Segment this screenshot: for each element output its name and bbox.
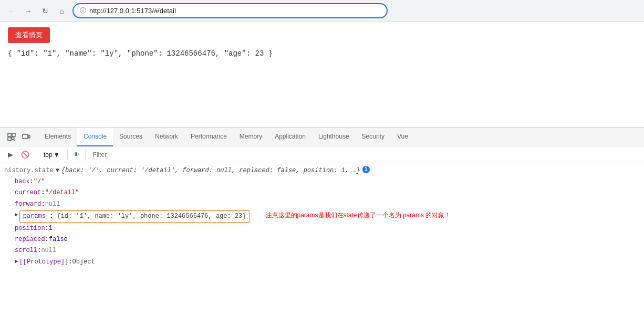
console-line-scroll: scroll : null <box>15 245 640 256</box>
key-scroll: scroll <box>15 246 37 256</box>
val-replaced: false <box>49 235 68 245</box>
params-expand[interactable]: ▶ <box>15 210 18 220</box>
tab-console[interactable]: Console <box>77 128 113 146</box>
key-replaced: replaced <box>15 235 45 245</box>
val-position: 1 <box>49 224 53 234</box>
browser-toolbar: ← → ↻ ⌂ ⓘ <box>0 0 644 22</box>
proto-expand[interactable]: ▶ <box>15 257 18 267</box>
info-icon-badge[interactable]: i <box>362 166 370 173</box>
eye-button[interactable]: 👁 <box>72 151 81 158</box>
tab-sources[interactable]: Sources <box>113 128 149 146</box>
svg-rect-4 <box>23 134 28 139</box>
tab-memory[interactable]: Memory <box>233 128 268 146</box>
address-bar: ⓘ <box>72 3 388 18</box>
url-input[interactable] <box>89 7 380 15</box>
svg-rect-5 <box>28 135 30 138</box>
svg-rect-0 <box>8 133 11 136</box>
expand-arrow[interactable]: ▼ <box>56 166 59 176</box>
key-current: current <box>15 188 41 198</box>
history-label: history.state <box>4 166 54 176</box>
info-icon: ⓘ <box>80 6 86 15</box>
back-button[interactable]: ← <box>5 5 18 17</box>
tab-lighthouse[interactable]: Lighthouse <box>312 128 356 146</box>
svg-rect-2 <box>8 138 11 141</box>
filter-input[interactable] <box>90 150 640 160</box>
home-button[interactable]: ⌂ <box>56 5 68 17</box>
key-forward: forward <box>15 199 41 209</box>
inspector-icon[interactable] <box>4 130 19 144</box>
key-proto: [[Prototype]] <box>19 257 69 267</box>
key-position: position <box>15 224 45 234</box>
console-line-forward: forward : null <box>15 199 640 210</box>
val-back: "/" <box>34 177 45 187</box>
params-note: 注意这里的params是我们在state传递了一个名为 params 的对象！ <box>266 210 451 220</box>
console-line-params: ▶ params : {id: '1', name: 'ly', phone: … <box>15 210 640 223</box>
execute-button[interactable]: ▶ <box>4 149 17 161</box>
val-forward: null <box>45 199 60 209</box>
val-params: {id: '1', name: 'ly', phone: 13246566476… <box>57 213 246 220</box>
page-content: 查看情页 { "id": "1", "name": "ly", "phone":… <box>0 22 644 127</box>
key-params: params <box>23 213 46 220</box>
console-line-replaced: replaced : false <box>15 234 640 245</box>
visit-button[interactable]: 查看情页 <box>8 27 50 43</box>
tab-elements[interactable]: Elements <box>38 128 77 146</box>
context-label: top <box>44 151 53 158</box>
console-line-current: current : "/detail" <box>15 187 640 198</box>
tab-vue[interactable]: Vue <box>391 128 414 146</box>
dropdown-icon: ▼ <box>54 151 60 158</box>
obj-preview: {back: '/', current: '/detail', forward:… <box>61 166 360 176</box>
tab-network[interactable]: Network <box>149 128 184 146</box>
page-data-text: { "id": "1", "name": "ly", "phone": 1324… <box>8 49 636 58</box>
val-scroll: null <box>41 246 56 256</box>
svg-rect-1 <box>12 133 15 136</box>
tab-divider <box>36 132 36 142</box>
tab-application[interactable]: Application <box>268 128 312 146</box>
forward-button[interactable]: → <box>22 5 35 17</box>
params-box: params : {id: '1', name: 'ly', phone: 13… <box>19 210 250 223</box>
console-line-back: back : "/" <box>15 176 640 187</box>
devtools-panel: Elements Console Sources Network Perform… <box>0 127 644 270</box>
clear-button[interactable]: 🚫 <box>19 149 32 161</box>
val-proto: Object <box>72 257 95 267</box>
devtools-tabs: Elements Console Sources Network Perform… <box>0 128 644 146</box>
console-output: history.state ▼ {back: '/', current: '/d… <box>0 163 644 270</box>
reload-button[interactable]: ↻ <box>39 5 51 17</box>
device-icon[interactable] <box>19 130 34 144</box>
context-selector[interactable]: top ▼ <box>40 150 63 160</box>
toolbar-divider <box>36 150 36 160</box>
console-line-history: history.state ▼ {back: '/', current: '/d… <box>4 165 640 176</box>
console-toolbar: ▶ 🚫 top ▼ 👁 <box>0 146 644 163</box>
toolbar-divider3 <box>85 150 86 160</box>
console-line-proto: ▶ [[Prototype]] : Object <box>15 257 640 268</box>
val-current: "/detail" <box>45 188 79 198</box>
key-back: back <box>15 177 30 187</box>
console-line-position: position : 1 <box>15 223 640 234</box>
tab-security[interactable]: Security <box>356 128 391 146</box>
tab-performance[interactable]: Performance <box>184 128 233 146</box>
toolbar-divider2 <box>67 150 68 160</box>
